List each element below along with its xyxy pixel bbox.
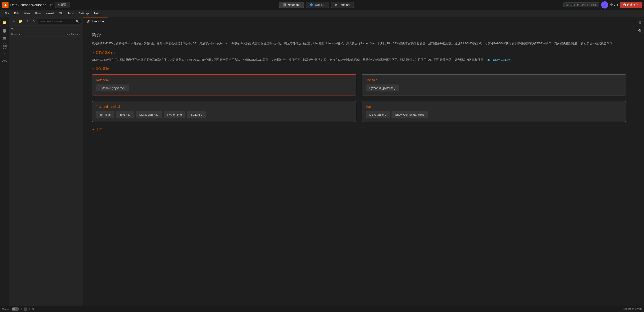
bottom-bar: Simple 0 S 1 ⚙ Launcher 皮肤① [0, 306, 644, 312]
right-sidebar: ⚙ 🔌 [635, 17, 644, 306]
right-settings-icon[interactable]: ⚙ [636, 19, 643, 26]
search-input[interactable] [40, 20, 75, 23]
text-terminal-card-buttons: Terminal Text File Markdown File Python … [96, 111, 352, 118]
quickstart-header[interactable]: 快速开始 [92, 67, 626, 71]
gallery-header[interactable]: DSW Gallery [92, 50, 626, 54]
search-icon: 🔍 [76, 20, 79, 23]
console-card: Console Python 3 (ipykernel) [362, 74, 626, 95]
markdown-file-button[interactable]: Markdown File [136, 111, 162, 118]
launcher-status: Launcher 皮肤① [623, 307, 642, 311]
quickstart-grid: Notebook Python 3 (ipykernel) Console Py… [92, 74, 626, 122]
launcher-content: 简介 欢迎到PAI-DSW，你将迎来一段奇妙的代码体验。这是一款云端机器学习开发… [83, 25, 635, 306]
sidebar-item-files[interactable]: 📁 [1, 19, 8, 26]
launcher-tab[interactable]: 🚀 Launcher [83, 17, 108, 25]
gallery-text: DSW Gallery提供了AI研发场景下的丰富的案例和解决方案，内容涵盖如：P… [92, 57, 626, 62]
menu-help[interactable]: Help [92, 11, 102, 16]
avatar[interactable]: 👤 [601, 1, 608, 8]
launcher-icon: 🚀 [86, 19, 90, 23]
webide-tab[interactable]: 🔷 WebIDE [306, 2, 329, 8]
menu-view[interactable]: View [22, 11, 32, 16]
console-card-buttons: Python 3 (ipykernel) [366, 84, 622, 91]
app-title: Data Science Workshop [10, 3, 46, 7]
intro-title: 简介 [92, 32, 626, 38]
text-terminal-card: Text and terminal Terminal Text File Mar… [92, 101, 356, 122]
resource-status: C 10.8% M 2.1% G1 0.0% [563, 2, 599, 7]
file-search-box[interactable]: 🔍 [38, 18, 81, 24]
language-selector[interactable]: 中文 ▾ [610, 3, 618, 7]
cpu-status: C 10.8% [566, 3, 575, 6]
app-logo: ◆ [2, 2, 8, 8]
menu-git[interactable]: Git [57, 11, 65, 16]
sidebar-icons: 📁 ⬤ ☰ JOB ⑂ </> [0, 17, 9, 306]
python-file-button[interactable]: Python File [164, 111, 186, 118]
notebook-card-buttons: Python 3 (ipykernel) [96, 84, 352, 91]
stop-instance-button[interactable]: ⏻ 停止实例 [620, 2, 642, 8]
new-file-button[interactable]: + [11, 18, 16, 24]
webide-icon: 🔷 [310, 3, 313, 6]
new-folder-button[interactable]: 📁 [18, 18, 23, 24]
notebook-card: Notebook Python 3 (ipykernel) [92, 74, 356, 95]
tool-card: Tool DSW Gallery Show Contextual Help [362, 101, 626, 122]
add-tab-button[interactable]: + [108, 19, 114, 23]
sidebar-item-list[interactable]: ☰ [1, 35, 8, 42]
content-area: 🚀 Launcher + 简介 欢迎到PAI-DSW，你将迎来一段奇妙的代码体验… [83, 17, 635, 306]
file-panel: + 📁 ⬆ ↻ 🔍 ■ / Name ▲ Last Modified [9, 17, 83, 306]
gear-icon: ⚙ [32, 308, 34, 311]
notebook-card-title: Notebook [96, 78, 352, 82]
column-name: Name ▲ [11, 33, 51, 35]
python3-ipykernel-notebook-button[interactable]: Python 3 (ipykernel) [96, 84, 129, 91]
show-contextual-help-button[interactable]: Show Contextual Help [392, 111, 428, 118]
file-path: ■ / [9, 26, 83, 32]
intro-text: 欢迎到PAI-DSW，你将迎来一段奇妙的代码体验。这是一款云端机器学习开发IDE… [92, 41, 626, 46]
notebook-tab[interactable]: 📓 Notebook [279, 2, 304, 8]
refresh-button[interactable]: ↻ [31, 18, 37, 24]
status-s-icon: S [24, 308, 27, 311]
text-file-button[interactable]: Text File [116, 111, 134, 118]
gpu-status: G1 0.0% [587, 3, 597, 6]
top-bar: ◆ Data Science Workshop llm ⚙ 配置 📓 Noteb… [0, 0, 644, 10]
column-modified: Last Modified [51, 33, 80, 35]
sidebar-item-circle[interactable]: ⬤ [1, 27, 8, 34]
terminal-tab[interactable]: 🖥 Terminal [331, 2, 354, 8]
menu-file[interactable]: File [2, 11, 12, 16]
mode-label: Simple [2, 308, 10, 311]
menu-run[interactable]: Run [33, 11, 43, 16]
menu-edit[interactable]: Edit [12, 11, 21, 16]
sidebar-item-git[interactable]: ⑂ [1, 50, 8, 57]
sidebar-item-code[interactable]: </> [1, 58, 8, 65]
terminal-button[interactable]: Terminal [96, 111, 114, 118]
python3-ipykernel-console-button[interactable]: Python 3 (ipykernel) [366, 84, 399, 91]
text-terminal-card-title: Text and terminal [96, 105, 352, 108]
upload-button[interactable]: ⬆ [24, 18, 30, 24]
gallery-link[interactable]: 前往DSW Gallery [487, 58, 510, 61]
menu-kernel[interactable]: Kernel [43, 11, 56, 16]
console-card-title: Console [366, 78, 622, 82]
bottom-bar-left: Simple 0 S 1 ⚙ [2, 307, 34, 311]
file-list-header: Name ▲ Last Modified [9, 32, 83, 36]
app-subtitle: llm [50, 3, 53, 6]
file-toolbar: + 📁 ⬆ ↻ 🔍 [9, 17, 83, 26]
power-icon: ⏻ [623, 3, 626, 6]
tab-bar: 🚀 Launcher + [83, 17, 635, 25]
docs-header[interactable]: 文档 [92, 128, 626, 132]
sql-file-button[interactable]: SQL File [187, 111, 206, 118]
toggle-knob [12, 308, 15, 311]
sidebar-item-job[interactable]: JOB [2, 43, 8, 49]
config-button[interactable]: ⚙ 配置 [55, 2, 69, 8]
menu-settings[interactable]: Settings [76, 11, 92, 16]
menu-bar: File Edit View Run Kernel Git Tabs Setti… [0, 10, 644, 17]
notebook-icon: 📓 [283, 3, 286, 6]
tool-card-title: Tool [366, 105, 622, 108]
menu-tabs[interactable]: Tabs [65, 11, 76, 16]
file-list [9, 36, 83, 306]
right-plugin-icon[interactable]: 🔌 [636, 27, 643, 34]
count2: 1 [29, 308, 30, 311]
dsw-gallery-button[interactable]: DSW Gallery [366, 111, 390, 118]
terminal-icon: 🖥 [335, 3, 338, 6]
count1: 0 [21, 308, 22, 311]
bottom-bar-right: Launcher 皮肤① [623, 307, 642, 311]
memory-status: M 2.1% [577, 3, 586, 6]
tool-card-buttons: DSW Gallery Show Contextual Help [366, 111, 622, 118]
mode-toggle[interactable] [12, 307, 19, 311]
